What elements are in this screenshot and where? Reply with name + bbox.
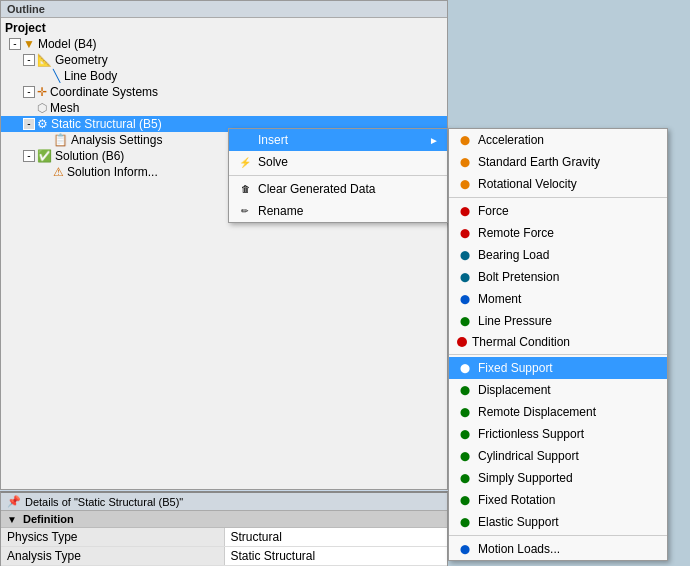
remote-force-label: Remote Force bbox=[478, 226, 554, 240]
linebody-label: Line Body bbox=[64, 69, 117, 83]
rename-label: Rename bbox=[258, 204, 303, 218]
elastic-label: Elastic Support bbox=[478, 515, 559, 529]
tree-item-geometry[interactable]: - 📐 Geometry bbox=[1, 52, 447, 68]
geometry-label: Geometry bbox=[55, 53, 108, 67]
analysis-label: Analysis Settings bbox=[71, 133, 162, 147]
menu-item-clear[interactable]: 🗑 Clear Generated Data bbox=[229, 178, 447, 200]
geometry-icon: 📐 bbox=[37, 53, 52, 67]
accel-icon: ⬤ bbox=[457, 132, 473, 148]
solution-expander[interactable]: - bbox=[23, 150, 35, 162]
frictionless-icon: ⬤ bbox=[457, 426, 473, 442]
model-expander[interactable]: - bbox=[9, 38, 21, 50]
submenu-elastic[interactable]: ⬤ Elastic Support bbox=[449, 511, 667, 533]
geometry-expander[interactable]: - bbox=[23, 54, 35, 66]
pin-icon: 📌 bbox=[7, 495, 21, 508]
displacement-icon: ⬤ bbox=[457, 382, 473, 398]
context-menu: Insert ► ⚡ Solve 🗑 Clear Generated Data … bbox=[228, 128, 448, 223]
submenu-acceleration[interactable]: ⬤ Acceleration bbox=[449, 129, 667, 151]
tree-item-project[interactable]: Project bbox=[1, 20, 447, 36]
solve-label: Solve bbox=[258, 155, 288, 169]
tree-item-linebody[interactable]: ╲ Line Body bbox=[1, 68, 447, 84]
tree-item-coordsys[interactable]: - ✛ Coordinate Systems bbox=[1, 84, 447, 100]
thermal-label: Thermal Condition bbox=[472, 335, 570, 349]
submenu-bearing-load[interactable]: ⬤ Bearing Load bbox=[449, 244, 667, 266]
submenu-simply[interactable]: ⬤ Simply Supported bbox=[449, 467, 667, 489]
coordsys-expander[interactable]: - bbox=[23, 86, 35, 98]
rotational-icon: ⬤ bbox=[457, 176, 473, 192]
fixed-support-label: Fixed Support bbox=[478, 361, 553, 375]
fixed-support-icon: ⬤ bbox=[457, 360, 473, 376]
sub-sep-3 bbox=[449, 535, 667, 536]
clear-icon: 🗑 bbox=[237, 181, 253, 197]
menu-item-rename[interactable]: ✏ Rename bbox=[229, 200, 447, 222]
submenu-force[interactable]: ⬤ Force bbox=[449, 200, 667, 222]
tree-item-model[interactable]: - ▼ Model (B4) bbox=[1, 36, 447, 52]
line-pressure-label: Line Pressure bbox=[478, 314, 552, 328]
menu-item-insert[interactable]: Insert ► bbox=[229, 129, 447, 151]
analysis-key: Analysis Type bbox=[1, 547, 224, 566]
sub-sep-2 bbox=[449, 354, 667, 355]
submenu: ⬤ Acceleration ⬤ Standard Earth Gravity … bbox=[448, 128, 668, 561]
cylindrical-icon: ⬤ bbox=[457, 448, 473, 464]
submenu-fixed-rotation[interactable]: ⬤ Fixed Rotation bbox=[449, 489, 667, 511]
submenu-bolt[interactable]: ⬤ Bolt Pretension bbox=[449, 266, 667, 288]
static-icon: ⚙ bbox=[37, 117, 48, 131]
submenu-line-pressure[interactable]: ⬤ Line Pressure bbox=[449, 310, 667, 332]
static-expander[interactable]: - bbox=[23, 118, 35, 130]
model-label: Model (B4) bbox=[38, 37, 97, 51]
submenu-remote-force[interactable]: ⬤ Remote Force bbox=[449, 222, 667, 244]
details-title: Details of "Static Structural (B5)" bbox=[25, 496, 183, 508]
clear-label: Clear Generated Data bbox=[258, 182, 375, 196]
solinfo-icon: ⚠ bbox=[53, 165, 64, 179]
submenu-fixed-support[interactable]: ⬤ Fixed Support bbox=[449, 357, 667, 379]
details-header: 📌 Details of "Static Structural (B5)" bbox=[1, 493, 447, 511]
line-pressure-icon: ⬤ bbox=[457, 313, 473, 329]
std-earth-icon: ⬤ bbox=[457, 154, 473, 170]
physics-key: Physics Type bbox=[1, 528, 224, 547]
submenu-motion-loads[interactable]: ⬤ Motion Loads... bbox=[449, 538, 667, 560]
submenu-displacement[interactable]: ⬤ Displacement bbox=[449, 379, 667, 401]
bolt-label: Bolt Pretension bbox=[478, 270, 559, 284]
remote-disp-label: Remote Displacement bbox=[478, 405, 596, 419]
physics-value: Structural bbox=[224, 528, 447, 547]
section-expand[interactable]: ▼ bbox=[7, 514, 17, 525]
submenu-moment[interactable]: ⬤ Moment bbox=[449, 288, 667, 310]
motion-label: Motion Loads... bbox=[478, 542, 560, 556]
std-earth-label: Standard Earth Gravity bbox=[478, 155, 600, 169]
simply-icon: ⬤ bbox=[457, 470, 473, 486]
detail-row-physics: Physics Type Structural bbox=[1, 528, 447, 547]
menu-item-solve[interactable]: ⚡ Solve bbox=[229, 151, 447, 173]
moment-icon: ⬤ bbox=[457, 291, 473, 307]
bolt-icon: ⬤ bbox=[457, 269, 473, 285]
submenu-rotational[interactable]: ⬤ Rotational Velocity bbox=[449, 173, 667, 195]
menu-separator-1 bbox=[229, 175, 447, 176]
accel-label: Acceleration bbox=[478, 133, 544, 147]
remote-disp-icon: ⬤ bbox=[457, 404, 473, 420]
displacement-label: Displacement bbox=[478, 383, 551, 397]
tree-item-mesh[interactable]: ⬡ Mesh bbox=[1, 100, 447, 116]
force-icon: ⬤ bbox=[457, 203, 473, 219]
rotational-label: Rotational Velocity bbox=[478, 177, 577, 191]
section-label: Definition bbox=[23, 513, 74, 525]
submenu-remote-disp[interactable]: ⬤ Remote Displacement bbox=[449, 401, 667, 423]
bearing-icon: ⬤ bbox=[457, 247, 473, 263]
outline-header: Outline bbox=[1, 1, 447, 18]
coordsys-label: Coordinate Systems bbox=[50, 85, 158, 99]
solution-icon: ✅ bbox=[37, 149, 52, 163]
submenu-std-earth[interactable]: ⬤ Standard Earth Gravity bbox=[449, 151, 667, 173]
moment-label: Moment bbox=[478, 292, 521, 306]
mesh-label: Mesh bbox=[50, 101, 79, 115]
submenu-cylindrical[interactable]: ⬤ Cylindrical Support bbox=[449, 445, 667, 467]
simply-label: Simply Supported bbox=[478, 471, 573, 485]
solinfo-label: Solution Inform... bbox=[67, 165, 158, 179]
thermal-icon bbox=[457, 337, 467, 347]
fixed-rotation-icon: ⬤ bbox=[457, 492, 473, 508]
details-table: Physics Type Structural Analysis Type St… bbox=[1, 528, 447, 566]
details-content: ▼ Definition Physics Type Structural Ana… bbox=[1, 511, 447, 566]
solve-icon: ⚡ bbox=[237, 154, 253, 170]
bearing-label: Bearing Load bbox=[478, 248, 549, 262]
model-icon: ▼ bbox=[23, 37, 35, 51]
submenu-frictionless[interactable]: ⬤ Frictionless Support bbox=[449, 423, 667, 445]
submenu-thermal[interactable]: Thermal Condition bbox=[449, 332, 667, 352]
rename-icon: ✏ bbox=[237, 203, 253, 219]
